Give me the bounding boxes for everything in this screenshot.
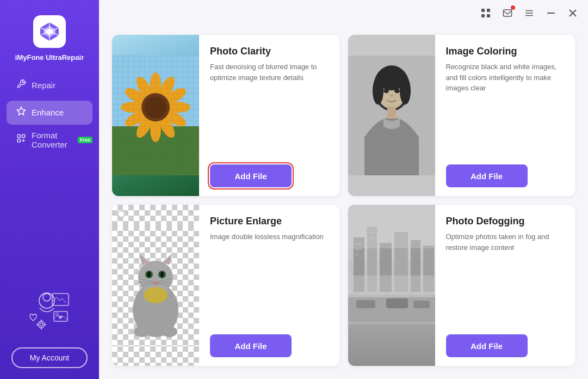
mail-notification-badge [511, 5, 515, 10]
svg-point-17 [38, 321, 45, 328]
svg-rect-109 [348, 276, 435, 297]
svg-rect-110 [348, 205, 435, 248]
feature-grid: Photo Clarity Fast denoising of blurred … [99, 26, 588, 379]
svg-point-78 [160, 272, 164, 277]
sidebar-item-format-converter[interactable]: Format Converter Free [7, 128, 92, 152]
picture-enlarge-image [112, 205, 199, 366]
photo-clarity-add-file-button[interactable]: Add File [210, 164, 292, 187]
mail-button[interactable] [499, 4, 516, 22]
enhance-icon [16, 106, 26, 119]
sidebar-item-repair[interactable]: Repair [7, 74, 92, 97]
picture-enlarge-desc: Image double lossless magnification [210, 231, 329, 242]
feature-card-picture-enlarge: Picture Enlarge Image double lossless ma… [112, 205, 339, 366]
svg-rect-7 [17, 135, 20, 138]
svg-point-86 [144, 287, 168, 303]
svg-rect-8 [22, 135, 25, 138]
logo-area: iMyFone UltraRepair [15, 15, 84, 63]
app-name: iMyFone UltraRepair [15, 53, 84, 63]
photo-defogging-title: Photo Defogging [446, 216, 565, 227]
photo-defogging-info: Photo Defogging Optimize photos taken in… [435, 205, 575, 366]
close-button[interactable] [564, 4, 581, 22]
svg-point-18 [40, 323, 43, 326]
photo-clarity-desc: Fast denoising of blurred image to optim… [210, 62, 329, 83]
free-badge: Free [78, 137, 92, 143]
image-coloring-title: Image Coloring [446, 46, 565, 57]
grid-view-button[interactable] [477, 4, 494, 22]
my-account-button[interactable]: My Account [11, 347, 88, 368]
svg-rect-28 [487, 14, 490, 17]
image-coloring-add-file-button[interactable]: Add File [446, 164, 528, 187]
svg-rect-100 [356, 248, 358, 250]
photo-clarity-info: Photo Clarity Fast denoising of blurred … [199, 35, 339, 196]
svg-rect-9 [17, 139, 20, 142]
svg-rect-27 [481, 14, 485, 17]
foggy-city-preview [348, 205, 435, 366]
svg-rect-29 [504, 10, 512, 16]
sidebar: iMyFone UltraRepair Repair Enhance For [0, 0, 99, 379]
feature-card-image-coloring: Image Coloring Recognize black and white… [348, 35, 575, 196]
picture-enlarge-title: Picture Enlarge [210, 216, 329, 227]
logo-icon [33, 15, 66, 48]
svg-rect-54 [112, 56, 199, 175]
svg-rect-26 [487, 9, 490, 12]
cat-preview [112, 205, 199, 366]
svg-rect-101 [359, 248, 361, 250]
sunflower-preview [112, 35, 199, 196]
svg-rect-113 [413, 301, 430, 308]
image-coloring-desc: Recognize black and white images, and fi… [446, 62, 565, 94]
titlebar [99, 0, 588, 26]
woman-preview [348, 35, 435, 196]
sidebar-item-enhance[interactable]: Enhance [7, 101, 92, 125]
photo-defogging-add-file-button[interactable]: Add File [446, 334, 528, 357]
feature-card-photo-clarity: Photo Clarity Fast denoising of blurred … [112, 35, 339, 196]
repair-label: Repair [32, 81, 55, 90]
photo-clarity-image [112, 35, 199, 196]
svg-rect-102 [356, 254, 358, 255]
minimize-button[interactable] [542, 4, 560, 22]
svg-point-87 [134, 326, 150, 337]
svg-rect-112 [386, 298, 408, 308]
photo-clarity-title: Photo Clarity [210, 46, 329, 57]
image-coloring-info: Image Coloring Recognize black and white… [435, 35, 575, 196]
format-converter-icon [16, 133, 26, 146]
svg-point-88 [161, 326, 177, 337]
svg-rect-63 [387, 107, 396, 119]
repair-icon [16, 79, 26, 91]
svg-point-61 [383, 89, 389, 93]
picture-enlarge-radio [117, 210, 125, 218]
svg-marker-6 [17, 107, 26, 115]
image-coloring-image [348, 35, 435, 196]
menu-button[interactable] [521, 4, 538, 22]
picture-enlarge-add-file-button[interactable]: Add File [210, 334, 292, 357]
main-area: Photo Clarity Fast denoising of blurred … [99, 0, 588, 379]
svg-point-62 [394, 89, 400, 93]
picture-enlarge-info: Picture Enlarge Image double lossless ma… [199, 205, 339, 366]
format-converter-label: Format Converter [32, 131, 71, 149]
feature-card-photo-defogging: Photo Defogging Optimize photos taken in… [348, 205, 575, 366]
svg-point-59 [373, 77, 383, 105]
svg-rect-25 [481, 9, 485, 12]
svg-point-60 [400, 77, 411, 105]
sidebar-illustration [17, 285, 82, 340]
svg-point-77 [147, 272, 151, 277]
svg-point-11 [43, 294, 51, 301]
enhance-label: Enhance [32, 108, 64, 117]
svg-rect-111 [356, 300, 375, 308]
svg-point-24 [56, 313, 59, 316]
photo-defogging-desc: Optimize photos taken in fog and restore… [446, 231, 565, 253]
photo-defogging-image [348, 205, 435, 366]
